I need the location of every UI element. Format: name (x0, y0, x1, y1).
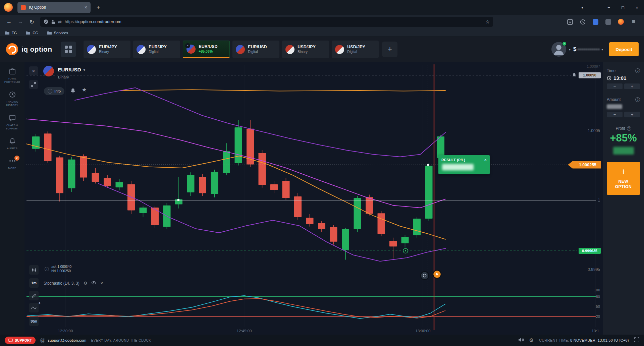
tracking-shield-icon[interactable] (44, 19, 48, 24)
deposit-button[interactable]: Deposit (609, 42, 639, 56)
fullscreen-icon[interactable] (634, 337, 639, 344)
asset-tab-usdjpy-digital[interactable]: USD/JPYDigital (332, 41, 379, 58)
settings-gear-icon[interactable]: ⚙ (529, 337, 534, 343)
close-chart-button[interactable]: × (29, 66, 38, 75)
timeframe-button[interactable]: 1m (29, 278, 39, 288)
chart-type-button[interactable] (29, 265, 39, 275)
time-increase-button[interactable]: + (624, 83, 640, 89)
bookmark-folder-services[interactable]: Services (47, 31, 68, 35)
asset-tab-eurjpy-binary[interactable]: EUR/JPYBinary (84, 41, 130, 58)
permissions-swap-icon[interactable]: ⇄ (58, 19, 62, 24)
bollinger-upper (75, 88, 445, 157)
stochastic-visibility-eye-icon[interactable] (91, 281, 96, 286)
window-close-button[interactable]: × (630, 0, 644, 15)
extension-orange-icon[interactable] (616, 17, 626, 27)
profit-help-icon[interactable]: ? (627, 126, 631, 131)
asset-tab-eurjpy-digital[interactable]: EUR/JPYDigital (133, 41, 180, 58)
expiry-time-value[interactable]: 13:01 (613, 75, 626, 81)
svg-text:100: 100 (594, 288, 600, 292)
asset-name: EUR/USD (58, 67, 81, 73)
svg-text:12:30:00: 12:30:00 (58, 329, 73, 333)
avatar[interactable]: ✓ (551, 42, 566, 57)
balance-chevron-icon[interactable]: ▾ (601, 48, 603, 51)
indicator-overlays (26, 88, 445, 262)
new-tab-button[interactable]: + (93, 2, 103, 12)
amount-increase-button[interactable]: + (624, 112, 640, 117)
sidebar-label: CHATS & SUPPORT (1, 124, 23, 130)
favorite-star-icon[interactable]: ★ (82, 86, 87, 93)
bookmark-star-icon[interactable]: ☆ (485, 19, 490, 24)
speaker-icon[interactable] (518, 337, 524, 344)
extension-blue-icon[interactable] (590, 17, 600, 27)
support-button[interactable]: SUPPORT (5, 337, 36, 344)
sidebar-item-alerts[interactable]: ALERTS (1, 137, 23, 150)
back-button[interactable]: ← (3, 16, 15, 27)
apps-grid-button[interactable] (61, 42, 76, 57)
indicators-button[interactable]: 4 (29, 303, 39, 312)
account-balance[interactable]: $ ••••••••••• ▾ (573, 46, 603, 53)
bell-icon (9, 137, 16, 145)
pair-flag-icon (87, 45, 96, 54)
tab-title: IQ Option (29, 5, 82, 10)
amount-label: Amount (607, 97, 621, 102)
stochastic-remove-icon[interactable]: × (100, 281, 103, 286)
info-button[interactable]: i Info (44, 87, 64, 95)
pocket-save-icon[interactable] (565, 17, 575, 27)
stochastic-pane: 100805020 (26, 288, 600, 319)
time-help-icon[interactable]: ? (635, 68, 640, 73)
close-asset-icon[interactable]: × (185, 43, 190, 48)
lock-icon[interactable] (51, 19, 55, 24)
window-maximize-button[interactable]: □ (616, 0, 630, 15)
browser-tab[interactable]: IQ Option × (17, 2, 91, 13)
asset-tab-eurusd-digital[interactable]: EUR/USDDigital (232, 41, 279, 58)
sidebar-item-trading-history[interactable]: TRADING HISTORY (1, 91, 23, 107)
history-clock-icon[interactable] (578, 17, 588, 27)
support-email: @ support@iqoption.com (40, 338, 86, 343)
tab-close-icon[interactable]: × (85, 5, 87, 10)
info-label: Info (54, 89, 61, 93)
result-amount-blurred (442, 164, 474, 170)
price-chart[interactable]: 100805020⚑1.000510.99951.0009712:30:0012… (24, 62, 603, 335)
url-bar[interactable]: ⇄ https://iqoption.com/traderoom ☆ (40, 17, 493, 27)
amount-help-icon[interactable]: ? (635, 97, 640, 102)
axes-labels: 1.000510.99951.0009712:30:0012:45:0013:0… (58, 64, 600, 333)
svg-text:1.000255: 1.000255 (579, 163, 596, 167)
amount-decrease-button[interactable]: − (607, 112, 623, 117)
stochastic-settings-gear-icon[interactable]: ⚙ (84, 281, 88, 286)
zoom-range-button[interactable]: 30m (29, 316, 39, 326)
drawing-tools-button[interactable] (29, 291, 39, 300)
time-decrease-button[interactable]: − (607, 83, 623, 89)
new-option-button[interactable]: + NEWOPTION (607, 162, 640, 195)
amount-value-blurred[interactable] (607, 104, 622, 109)
asset-alert-bell-icon[interactable] (70, 88, 76, 95)
browser-tab-bar: IQ Option × + ▾ − □ × (0, 0, 644, 15)
firefox-logo-icon[interactable] (4, 3, 13, 12)
menu-hamburger-icon[interactable]: ≡ (629, 17, 639, 27)
window-minimize-button[interactable]: − (602, 0, 616, 15)
result-close-icon[interactable]: × (484, 158, 487, 162)
asset-tab-usdjpy-binary[interactable]: USD/JPYBinary (282, 41, 329, 58)
bookmark-label: TG (12, 31, 17, 35)
bookmark-folder-tg[interactable]: TG (5, 31, 17, 35)
sidebar-item-more[interactable]: 2 MORE (1, 157, 23, 170)
quote-info-icon[interactable]: i (45, 267, 49, 271)
sidebar-item-chats-support[interactable]: CHATS & SUPPORT (1, 114, 23, 130)
site-favicon-icon (21, 5, 26, 10)
extension-gray-icon[interactable] (603, 17, 613, 27)
iq-option-logo[interactable]: iq option (6, 43, 52, 55)
chart-area[interactable]: 100805020⚑1.000510.99951.0009712:30:0012… (24, 62, 603, 335)
reload-button[interactable]: ↻ (26, 16, 38, 27)
bookmark-folder-cg[interactable]: CG (25, 31, 38, 35)
svg-text:13:1: 13:1 (592, 329, 599, 333)
avatar-chevron-icon[interactable]: ▾ (569, 48, 571, 51)
asset-tab-eurusd-binary-active[interactable]: × EUR/USD+85.06% (183, 41, 230, 58)
candles (32, 120, 444, 260)
sidebar-item-total-portfolio[interactable]: TOTAL PORTFOLIO (1, 68, 23, 84)
expand-chart-icon[interactable] (29, 80, 38, 89)
add-asset-button[interactable]: + (382, 42, 397, 57)
tab-list-chevron-icon[interactable]: ▾ (572, 0, 592, 15)
asset-sub: Binary (99, 50, 117, 54)
support-label: SUPPORT (15, 339, 32, 342)
url-text[interactable]: https://iqoption.com/traderoom (65, 19, 483, 24)
asset-selector[interactable]: EUR/USD ▾ (58, 67, 85, 73)
